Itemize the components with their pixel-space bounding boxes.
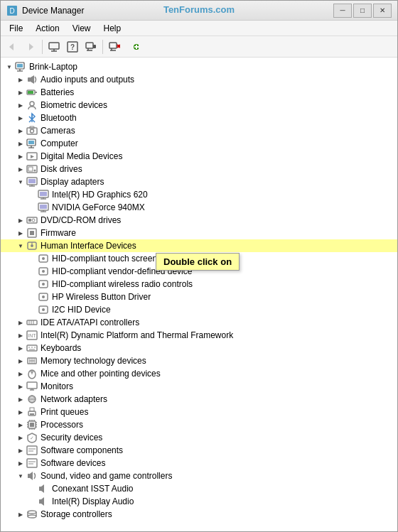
tree-item-sound[interactable]: ▼Sound, video and game controllers: [1, 469, 397, 482]
tree-icon-security: ✓: [26, 432, 38, 443]
tree-toggle-memory[interactable]: ▶: [15, 354, 26, 367]
svg-point-30: [30, 102, 34, 106]
tree-item-i2c[interactable]: ▶I2C HID Device: [1, 303, 397, 316]
tree-toggle-software-dev[interactable]: ▶: [15, 457, 26, 469]
tree-toggle-network[interactable]: ▶: [15, 393, 26, 406]
tree-toggle-batteries[interactable]: ▶: [15, 86, 26, 99]
tree-item-hid-vendor[interactable]: ▶HID-compliant vendor-defined device: [1, 265, 397, 278]
tree-toggle-dvd[interactable]: ▶: [15, 214, 26, 227]
tree-toggle-cameras[interactable]: ▶: [15, 124, 26, 137]
maximize-button[interactable]: □: [353, 4, 372, 18]
tree-icon-batteries: [26, 87, 38, 98]
tree-icon-mice: [26, 368, 38, 379]
tree-item-hid-touch[interactable]: ▶HID-compliant touch screen: [1, 252, 397, 265]
tree-toggle-brink-laptop[interactable]: ▼: [4, 60, 15, 73]
toolbar: ?: [1, 36, 397, 58]
tree-item-intel-hd[interactable]: ▶Intel(R) HD Graphics 620: [1, 188, 397, 201]
computer-button[interactable]: [45, 38, 63, 55]
tree-toggle-computer[interactable]: ▶: [15, 137, 26, 150]
tree-item-hid[interactable]: ▼Human Interface Devices: [1, 239, 397, 252]
tree-toggle-ide[interactable]: ▶: [15, 316, 26, 329]
tree-toggle-biometric[interactable]: ▶: [15, 99, 26, 112]
tree-item-software-dev[interactable]: ▶Software devices: [1, 457, 397, 469]
tree-item-memory[interactable]: ▶Memory technology devices: [1, 354, 397, 367]
tree-toggle-mice[interactable]: ▶: [15, 367, 26, 380]
tree-item-nvidia[interactable]: ▶NVIDIA GeForce 940MX: [1, 201, 397, 214]
svg-point-58: [32, 219, 35, 222]
help-button[interactable]: ?: [64, 38, 81, 55]
tree-toggle-bluetooth[interactable]: ▶: [15, 112, 26, 124]
tree-item-batteries[interactable]: ▶Batteries: [1, 86, 397, 99]
tree-item-storage[interactable]: ▶Storage controllers: [1, 508, 397, 521]
tree-icon-hp-wireless: [38, 291, 49, 303]
tree-icon-firmware: [26, 227, 38, 239]
tree-item-intel-display-audio[interactable]: ▶Intel(R) Display Audio: [1, 495, 397, 508]
tree-item-ide[interactable]: ▶IDE ATA/ATAPI controllers: [1, 316, 397, 329]
tree-toggle-hid[interactable]: ▼: [15, 239, 26, 252]
tree-item-security[interactable]: ▶✓Security devices: [1, 431, 397, 444]
tree-toggle-disk-drives[interactable]: ▶: [15, 163, 26, 175]
tree-toggle-firmware[interactable]: ▶: [15, 227, 26, 239]
menu-view[interactable]: View: [67, 22, 97, 35]
tree-toggle-sound[interactable]: ▼: [15, 469, 26, 482]
tree-item-hid-wireless[interactable]: ▶HID-compliant wireless radio controls: [1, 278, 397, 291]
menu-action[interactable]: Action: [30, 22, 65, 35]
svg-marker-26: [31, 75, 34, 84]
title-bar-controls: ─ □ ✕: [333, 4, 392, 18]
svg-marker-41: [31, 155, 34, 158]
tree-toggle-display-adapters[interactable]: ▼: [15, 175, 26, 188]
tree-item-brink-laptop[interactable]: ▼Brink-Laptop: [1, 60, 397, 73]
tree-item-display-adapters[interactable]: ▼Display adapters: [1, 175, 397, 188]
svg-rect-94: [27, 382, 37, 389]
svg-marker-3: [29, 43, 33, 50]
tree-item-keyboards[interactable]: ▶Keyboards: [1, 342, 397, 354]
tree-item-software-comp[interactable]: ▶Software components: [1, 444, 397, 457]
tree-item-computer[interactable]: ▶Computer: [1, 137, 397, 150]
tree-item-conexant[interactable]: ▶Conexant ISST Audio: [1, 482, 397, 495]
tree-item-cameras[interactable]: ▶Cameras: [1, 124, 397, 137]
tree-toggle-security[interactable]: ▶: [15, 431, 26, 444]
tree-toggle-storage[interactable]: ▶: [15, 508, 26, 521]
tree-item-print[interactable]: ▶Print queues: [1, 406, 397, 418]
window-title: Device Manager: [22, 6, 84, 16]
scan-hardware-button[interactable]: [82, 38, 100, 55]
tree-toggle-print[interactable]: ▶: [15, 406, 26, 418]
remove-device-button[interactable]: [106, 38, 123, 55]
tree-item-bluetooth[interactable]: ▶Bluetooth: [1, 112, 397, 124]
tree-item-biometric[interactable]: ▶Biometric devices: [1, 99, 397, 112]
tree-icon-cameras: [26, 125, 38, 136]
svg-rect-129: [39, 499, 41, 504]
tree-item-audio[interactable]: ▶Audio inputs and outputs: [1, 73, 397, 86]
svg-rect-48: [28, 179, 36, 183]
back-button[interactable]: [4, 38, 21, 55]
menu-file[interactable]: File: [4, 22, 28, 35]
tree-item-intel-dynamic[interactable]: ▶INTIntel(R) Dynamic Platform and Therma…: [1, 329, 397, 342]
tree-label-intel-dynamic: Intel(R) Dynamic Platform and Thermal Fr…: [41, 330, 233, 340]
minimize-button[interactable]: ─: [333, 4, 352, 18]
tree-item-monitors[interactable]: ▶Monitors: [1, 380, 397, 393]
tree-icon-software-dev: [26, 457, 38, 469]
tree-item-processors[interactable]: ▶Processors: [1, 418, 397, 431]
tree-label-intel-hd: Intel(R) HD Graphics 620: [52, 190, 148, 200]
add-device-button[interactable]: [124, 38, 141, 55]
svg-rect-105: [30, 423, 34, 427]
tree-toggle-processors[interactable]: ▶: [15, 418, 26, 431]
tree-item-mice[interactable]: ▶Mice and other pointing devices: [1, 367, 397, 380]
tree-toggle-keyboards[interactable]: ▶: [15, 342, 26, 354]
tree-toggle-audio[interactable]: ▶: [15, 73, 26, 86]
tree-toggle-monitors[interactable]: ▶: [15, 380, 26, 393]
forward-button[interactable]: [22, 38, 39, 55]
tree-toggle-digital-media[interactable]: ▶: [15, 150, 26, 163]
tree-label-mice: Mice and other pointing devices: [41, 369, 161, 379]
tree-item-digital-media[interactable]: ▶Digital Media Devices: [1, 150, 397, 163]
tree-toggle-intel-dynamic[interactable]: ▶: [15, 329, 26, 342]
tree-item-hp-wireless[interactable]: ▶HP Wireless Button Driver: [1, 291, 397, 303]
tree-item-dvd[interactable]: ▶DVD/CD-ROM drives: [1, 214, 397, 227]
tree-toggle-software-comp[interactable]: ▶: [15, 444, 26, 457]
tree-item-disk-drives[interactable]: ▶Disk drives: [1, 163, 397, 175]
menu-help[interactable]: Help: [98, 22, 127, 35]
tree-item-firmware[interactable]: ▶Firmware: [1, 227, 397, 239]
close-button[interactable]: ✕: [373, 4, 392, 18]
tree-item-network[interactable]: ▶Network adapters: [1, 393, 397, 406]
tree-icon-nvidia: [38, 202, 49, 213]
